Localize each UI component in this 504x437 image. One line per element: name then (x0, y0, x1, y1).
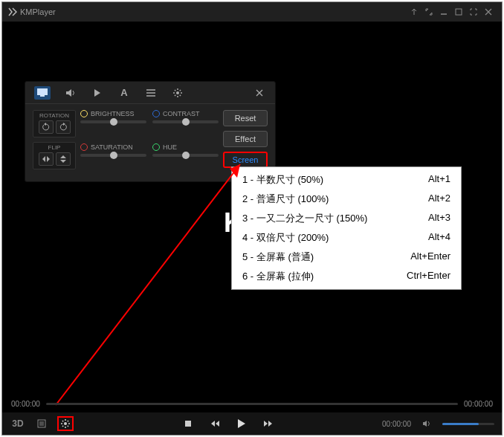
svg-rect-31 (185, 421, 191, 427)
tab-settings-icon[interactable] (171, 86, 184, 100)
menu-item-shortcut: Alt+3 (428, 212, 450, 225)
next-button[interactable] (260, 416, 277, 431)
tab-list-icon[interactable] (144, 86, 158, 100)
screen-size-menu: 1 - 半数尺寸 (50%) Alt+1 2 - 普通尺寸 (100%) Alt… (231, 166, 462, 290)
contrast-control: CONTRAST (152, 110, 219, 140)
hue-icon (152, 143, 160, 151)
video-stage: K A ROTATION (2, 22, 502, 435)
minimize-icon[interactable] (436, 4, 451, 19)
hue-slider[interactable] (152, 154, 219, 157)
saturation-icon (80, 143, 88, 151)
contrast-slider[interactable] (152, 120, 219, 123)
screen-button[interactable]: Screen (223, 152, 268, 168)
svg-line-12 (175, 90, 175, 91)
saturation-control: SATURATION (80, 143, 146, 174)
menu-item-shortcut: Alt+2 (428, 192, 450, 206)
svg-rect-2 (37, 88, 48, 95)
menu-item-label: 5 - 全屏幕 (普通) (242, 250, 410, 264)
rotation-label: ROTATION (36, 112, 73, 119)
rotation-group: ROTATION (33, 110, 76, 137)
title-bar: KMPlayer (2, 2, 502, 22)
stop-button[interactable] (180, 416, 196, 431)
contrast-icon (152, 110, 160, 117)
compact-icon[interactable] (421, 4, 436, 19)
hue-control: HUE (152, 143, 219, 174)
prev-button[interactable] (207, 416, 223, 431)
menu-item-label: 6 - 全屏幕 (拉伸) (242, 270, 407, 283)
menu-item-shortcut: Alt+4 (428, 231, 450, 245)
elapsed-time: 00:00:00 (11, 400, 40, 408)
menu-item-shortcut: Alt+1 (428, 173, 450, 187)
svg-rect-3 (40, 95, 45, 97)
menu-item-fullscreen[interactable]: 5 - 全屏幕 (普通) Alt+Enter (232, 247, 461, 267)
total-time: 00:00:00 (464, 400, 493, 408)
menu-item-150[interactable]: 3 - 一又二分之一尺寸 (150%) Alt+3 (232, 209, 461, 228)
app-logo: KMPlayer (8, 7, 56, 16)
panel-tab-row: A (25, 82, 275, 104)
clock-time: 00:00:00 (382, 420, 411, 428)
tab-audio-icon[interactable] (64, 86, 77, 100)
svg-line-16 (56, 164, 240, 405)
menu-item-label: 1 - 半数尺寸 (50%) (242, 173, 428, 187)
rotate-cw-button[interactable] (56, 120, 71, 134)
saturation-label: SATURATION (91, 143, 133, 151)
brightness-slider[interactable] (80, 120, 146, 123)
menu-item-shortcut: Ctrl+Enter (407, 270, 450, 283)
flip-horizontal-button[interactable] (39, 152, 54, 166)
reset-button[interactable]: Reset (223, 110, 268, 126)
tab-display-icon[interactable] (34, 86, 51, 100)
brightness-icon (80, 110, 88, 117)
playlist-icon[interactable] (33, 416, 50, 431)
volume-slider[interactable] (442, 423, 494, 425)
rotate-ccw-button[interactable] (39, 120, 54, 134)
menu-item-half[interactable]: 1 - 半数尺寸 (50%) Alt+1 (232, 170, 461, 190)
hue-label: HUE (163, 143, 177, 151)
flip-label: FLIP (36, 144, 73, 151)
menu-item-double[interactable]: 4 - 双倍尺寸 (200%) Alt+4 (232, 228, 461, 247)
saturation-slider[interactable] (80, 154, 146, 157)
svg-line-28 (68, 426, 68, 427)
brightness-label: BRIGHTNESS (91, 110, 135, 117)
menu-item-shortcut: Alt+Enter (410, 250, 450, 264)
svg-line-29 (68, 421, 68, 421)
tab-subtitle-icon[interactable]: A (117, 86, 131, 100)
svg-line-30 (62, 426, 63, 427)
player-window: KMPlayer K A R (1, 1, 503, 436)
settings-gear-button[interactable] (57, 416, 74, 431)
3d-button[interactable]: 3D (10, 416, 26, 431)
tab-play-icon[interactable] (91, 86, 104, 100)
effect-button[interactable]: Effect (223, 131, 268, 147)
brightness-control: BRIGHTNESS (80, 110, 146, 140)
close-icon[interactable] (481, 4, 496, 19)
svg-point-22 (64, 422, 67, 425)
svg-point-7 (176, 91, 179, 94)
seek-track[interactable] (46, 403, 458, 405)
menu-item-label: 3 - 一又二分之一尺寸 (150%) (242, 212, 428, 225)
menu-item-label: 2 - 普通尺寸 (100%) (242, 192, 428, 206)
svg-line-15 (175, 94, 175, 95)
svg-line-27 (62, 421, 63, 421)
pin-icon[interactable] (407, 4, 421, 19)
svg-rect-1 (456, 9, 462, 15)
svg-line-13 (180, 94, 181, 95)
bottom-bar: 3D 00:00:00 (2, 412, 502, 435)
maximize-icon[interactable] (451, 4, 466, 19)
menu-item-fullscreen-stretch[interactable]: 6 - 全屏幕 (拉伸) Ctrl+Enter (232, 267, 461, 286)
menu-item-label: 4 - 双倍尺寸 (200%) (242, 231, 428, 245)
app-title: KMPlayer (20, 7, 56, 16)
volume-icon[interactable] (419, 416, 435, 431)
play-button[interactable] (233, 416, 250, 431)
flip-vertical-button[interactable] (56, 152, 71, 166)
svg-line-14 (180, 90, 181, 91)
contrast-label: CONTRAST (163, 110, 200, 117)
menu-item-normal[interactable]: 2 - 普通尺寸 (100%) Alt+2 (232, 190, 461, 209)
flip-group: FLIP (33, 142, 76, 169)
fullscreen-icon[interactable] (466, 4, 481, 19)
seek-bar-row: 00:00:00 00:00:00 (11, 400, 493, 408)
panel-close-icon[interactable] (253, 86, 266, 100)
